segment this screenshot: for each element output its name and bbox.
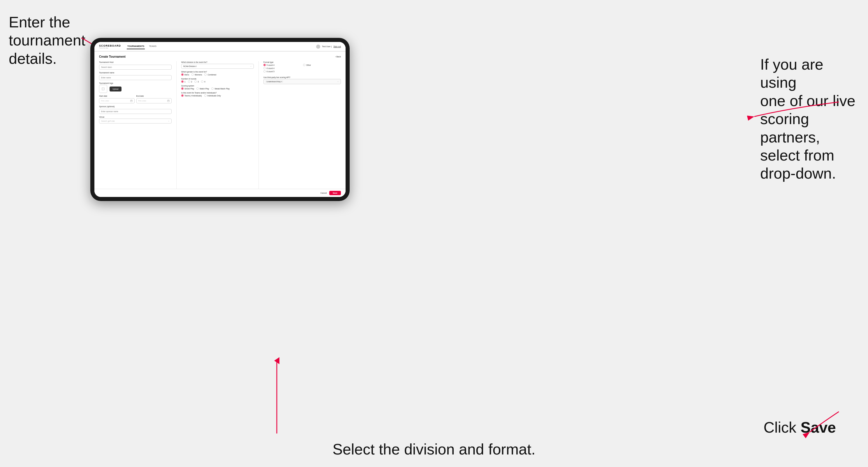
format-5count4-label: 5 count 4 bbox=[267, 64, 275, 66]
user-name: Test User | bbox=[322, 45, 332, 48]
live-scoring-remove[interactable]: × bbox=[281, 81, 282, 83]
venue-select[interactable]: Search golf club bbox=[99, 119, 172, 124]
gender-womens[interactable]: Womens bbox=[191, 73, 202, 76]
scoring-medal-radio[interactable] bbox=[211, 87, 214, 90]
gender-label: Which gender is the event for? bbox=[181, 71, 254, 73]
format-6count5[interactable]: 6 count 5 bbox=[264, 70, 301, 72]
format-5count4[interactable]: 5 count 4 bbox=[264, 64, 301, 66]
scoring-medal-label: Medal Match Play bbox=[214, 88, 229, 90]
format-other[interactable]: Other bbox=[303, 64, 341, 66]
back-link[interactable]: ‹ Back bbox=[335, 56, 341, 58]
format-other-radio[interactable] bbox=[303, 64, 305, 66]
logo-upload-area: Upload bbox=[99, 85, 172, 93]
avatar bbox=[316, 44, 320, 49]
tournament-host-field: Tournament Host bbox=[99, 61, 172, 70]
annotation-enter-details: Enter the tournament details. bbox=[9, 13, 90, 68]
gender-mens-radio[interactable] bbox=[181, 73, 184, 76]
rounds-2[interactable]: 2 bbox=[188, 81, 192, 83]
event-type-teams[interactable]: Teams (+Individuals) bbox=[181, 94, 202, 97]
sign-out-link[interactable]: Sign out bbox=[333, 45, 341, 48]
live-scoring-value: Leaderboard King bbox=[267, 81, 281, 83]
tournament-name-input[interactable] bbox=[99, 75, 172, 80]
format-type-field: Format type 5 count 4 Other bbox=[264, 61, 341, 72]
scoring-match-radio[interactable] bbox=[196, 87, 199, 90]
division-value: NCAA Division I bbox=[183, 65, 197, 67]
rounds-1[interactable]: 1 bbox=[181, 81, 186, 83]
nav-tab-tournaments[interactable]: TOURNAMENTS bbox=[127, 44, 145, 49]
format-5count4-radio[interactable] bbox=[264, 64, 266, 66]
start-date-label: Start date bbox=[99, 95, 135, 97]
logo-placeholder bbox=[99, 85, 107, 93]
form-col-1: Tournament Host Tournament name Tourname… bbox=[99, 61, 177, 191]
scoring-match-label: Match Play bbox=[199, 88, 209, 90]
nav-bar: SCOREBOARD Powered by clippi TOURNAMENTS… bbox=[94, 42, 346, 52]
gender-combined[interactable]: Combined bbox=[204, 73, 216, 76]
division-label: Which division is the event for? bbox=[181, 61, 254, 63]
rounds-3[interactable]: 3 bbox=[194, 81, 199, 83]
venue-label: Venue bbox=[99, 116, 172, 118]
annotation-click-save-bold: Save bbox=[801, 419, 836, 436]
scoring-radio-group: Stroke Play Match Play Medal Match Play bbox=[181, 87, 254, 90]
nav-user: Test User | Sign out bbox=[316, 44, 341, 49]
tournament-logo-field: Tournament logo Upload bbox=[99, 82, 172, 93]
scoring-medal-match[interactable]: Medal Match Play bbox=[211, 87, 229, 90]
division-select[interactable]: NCAA Division I bbox=[181, 64, 254, 69]
tablet-screen: SCOREBOARD Powered by clippi TOURNAMENTS… bbox=[94, 42, 346, 197]
format-6count4[interactable]: 6 count 4 bbox=[264, 67, 301, 69]
rounds-1-label: 1 bbox=[184, 81, 186, 83]
end-date-input[interactable]: Pick a date bbox=[136, 98, 172, 103]
format-6count4-radio[interactable] bbox=[264, 67, 266, 69]
event-type-label: Is this event for Teams and/or Individua… bbox=[181, 92, 254, 94]
svg-rect-10 bbox=[167, 100, 169, 102]
upload-button[interactable]: Upload bbox=[110, 87, 122, 91]
nav-logo: SCOREBOARD Powered by clippi bbox=[99, 44, 121, 49]
live-scoring-select[interactable]: Leaderboard King × bbox=[264, 79, 341, 84]
gender-field: Which gender is the event for? Mens Wome… bbox=[181, 71, 254, 76]
format-6count5-label: 6 count 5 bbox=[267, 70, 275, 72]
rounds-4[interactable]: 4 bbox=[201, 81, 206, 83]
rounds-field: Number of rounds 1 2 bbox=[181, 78, 254, 83]
live-scoring-label: Use third-party live scoring API? bbox=[264, 76, 341, 79]
rounds-2-radio[interactable] bbox=[188, 81, 190, 83]
nav-tabs: TOURNAMENTS TEAMS bbox=[127, 44, 316, 49]
event-type-individuals[interactable]: Individuals Only bbox=[204, 94, 221, 97]
scoring-stroke-radio[interactable] bbox=[181, 87, 184, 90]
cancel-button[interactable]: Cancel bbox=[320, 192, 327, 194]
rounds-label: Number of rounds bbox=[181, 78, 254, 80]
tournament-host-input[interactable] bbox=[99, 65, 172, 70]
format-6count5-radio[interactable] bbox=[264, 70, 266, 72]
form-footer: Cancel Save bbox=[94, 189, 346, 197]
start-date-placeholder: Pick a date bbox=[101, 100, 109, 102]
format-type-label: Format type bbox=[264, 61, 341, 63]
tournament-host-label: Tournament Host bbox=[99, 61, 172, 63]
event-type-teams-radio[interactable] bbox=[181, 94, 184, 97]
rounds-4-radio[interactable] bbox=[201, 81, 204, 83]
gender-combined-radio[interactable] bbox=[204, 73, 207, 76]
rounds-1-radio[interactable] bbox=[181, 81, 184, 83]
format-other-label: Other bbox=[306, 64, 311, 66]
live-scoring-tag: Leaderboard King × bbox=[266, 81, 283, 83]
sponsor-input[interactable] bbox=[99, 109, 172, 114]
gender-mens[interactable]: Mens bbox=[181, 73, 189, 76]
gender-womens-label: Womens bbox=[195, 74, 202, 76]
scoring-label: Scoring system bbox=[181, 85, 254, 87]
svg-point-5 bbox=[102, 88, 103, 89]
form-col-3: Format type 5 count 4 Other bbox=[264, 61, 341, 191]
nav-tab-teams[interactable]: TEAMS bbox=[148, 44, 157, 49]
rounds-3-radio[interactable] bbox=[194, 81, 197, 83]
rounds-4-label: 4 bbox=[204, 81, 206, 83]
gender-womens-radio[interactable] bbox=[191, 73, 194, 76]
scoring-field: Scoring system Stroke Play Match Play bbox=[181, 85, 254, 90]
nav-logo-title: SCOREBOARD bbox=[99, 44, 121, 47]
save-button[interactable]: Save bbox=[329, 191, 341, 195]
start-date-field: Start date Pick a date bbox=[99, 95, 135, 103]
scoring-stroke[interactable]: Stroke Play bbox=[181, 87, 194, 90]
page-title: Create Tournament bbox=[99, 55, 126, 58]
event-type-individuals-radio[interactable] bbox=[204, 94, 207, 97]
end-date-label: End date bbox=[136, 95, 172, 97]
start-date-input[interactable]: Pick a date bbox=[99, 98, 135, 103]
annotation-click-save: Click Save bbox=[764, 418, 836, 436]
event-type-field: Is this event for Teams and/or Individua… bbox=[181, 92, 254, 97]
scoring-match[interactable]: Match Play bbox=[196, 87, 209, 90]
tablet-frame: SCOREBOARD Powered by clippi TOURNAMENTS… bbox=[90, 38, 350, 201]
